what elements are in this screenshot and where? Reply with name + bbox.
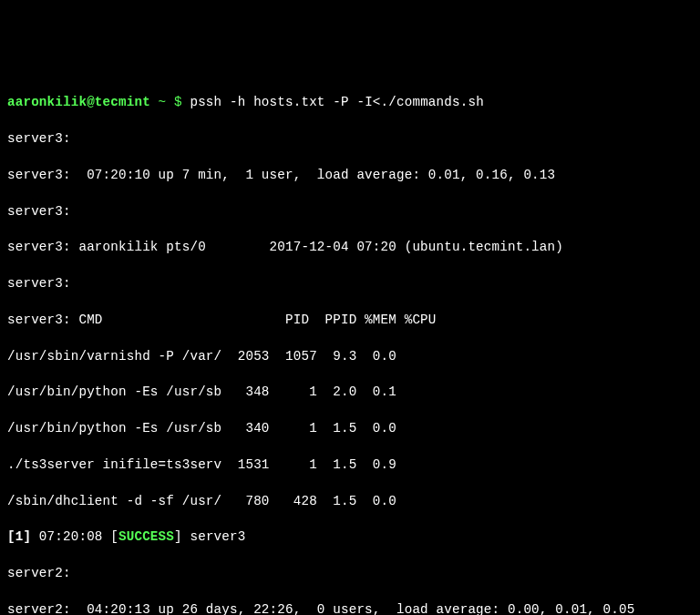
status-time: 07:20:08 xyxy=(31,529,110,544)
status-host: server3 xyxy=(182,529,246,544)
process-line: /sbin/dhclient -d -sf /usr/ 780 428 1.5 … xyxy=(7,493,693,511)
process-line: /usr/bin/python -Es /usr/sb 348 1 2.0 0.… xyxy=(7,384,693,402)
output-line: server2: 04:20:13 up 26 days, 22:26, 0 u… xyxy=(7,601,693,615)
output-line: server3: 07:20:10 up 7 min, 1 user, load… xyxy=(7,167,693,185)
output-line: server3: xyxy=(7,203,693,221)
output-line: server3: xyxy=(7,275,693,293)
process-line: ./ts3server inifile=ts3serv 1531 1 1.5 0… xyxy=(7,456,693,475)
user-host: aaronkilik@tecmint xyxy=(7,95,150,109)
status-index: [1] xyxy=(7,529,31,544)
output-line: server3: CMD PID PPID %MEM %CPU xyxy=(7,312,693,330)
bracket-close: ] xyxy=(174,529,182,544)
command-text[interactable]: pssh -h hosts.txt -P -I<./commands.sh xyxy=(190,95,483,109)
status-line: [1] 07:20:08 [SUCCESS] server3 xyxy=(7,528,693,547)
output-line: server3: aaronkilik pts/0 2017-12-04 07:… xyxy=(7,239,693,257)
prompt-line: aaronkilik@tecmint ~ $ pssh -h hosts.txt… xyxy=(7,94,693,112)
status-word: SUCCESS xyxy=(118,529,174,544)
output-line: server3: xyxy=(7,130,693,149)
prompt-symbol: ~ $ xyxy=(150,95,190,109)
bracket-open: [ xyxy=(110,529,118,544)
terminal-output: aaronkilik@tecmint ~ $ pssh -h hosts.txt… xyxy=(7,77,693,616)
process-line: /usr/sbin/varnishd -P /var/ 2053 1057 9.… xyxy=(7,348,693,366)
output-line: server2: xyxy=(7,565,693,583)
process-line: /usr/bin/python -Es /usr/sb 340 1 1.5 0.… xyxy=(7,420,693,438)
